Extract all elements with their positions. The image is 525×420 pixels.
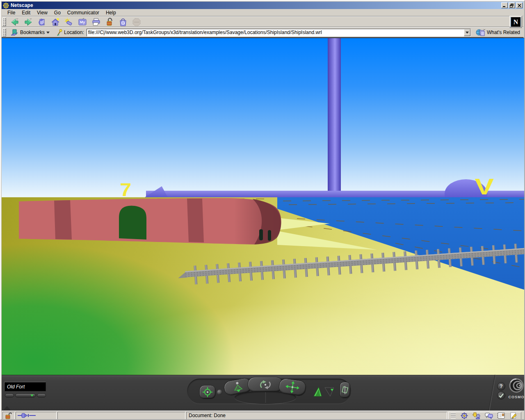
- status-text: Document: Done: [189, 413, 226, 418]
- viewpoint-name: Old Fort: [7, 384, 25, 390]
- help-button[interactable]: ?: [497, 382, 505, 390]
- whats-related-icon: [476, 29, 486, 36]
- status-bar: Document: Done: [2, 411, 525, 420]
- navigation-toolbar: My: [2, 17, 523, 27]
- search-button[interactable]: [63, 17, 75, 27]
- address-book-button[interactable]: [495, 412, 507, 419]
- toolbar-grip[interactable]: [2, 18, 6, 27]
- url-field-frame: [87, 29, 471, 37]
- cosmo-spiral-icon: [508, 377, 525, 395]
- print-button[interactable]: [90, 17, 102, 27]
- redo-triangle-icon: [323, 386, 335, 397]
- help-label: ?: [500, 383, 502, 389]
- progress-bar: [57, 412, 185, 420]
- security-status[interactable]: [2, 412, 15, 420]
- confirm-button[interactable]: [497, 391, 505, 399]
- title-bar[interactable]: Netscape: [2, 2, 523, 9]
- my-netscape-button[interactable]: My: [76, 17, 89, 27]
- minimize-button[interactable]: [501, 2, 508, 8]
- shop-button[interactable]: [117, 17, 129, 27]
- component-bar: [448, 412, 521, 420]
- check-icon: [499, 393, 504, 398]
- restore-icon: [510, 4, 514, 7]
- location-label: Location:: [64, 30, 84, 35]
- my-netscape-icon: My: [78, 18, 87, 27]
- dashboard-divider: [488, 374, 496, 413]
- whats-related-label: What's Related: [487, 30, 520, 35]
- viewpoint-display: Old Fort: [4, 382, 46, 391]
- location-toolbar: Bookmarks Location: What's Related: [2, 27, 523, 37]
- inbox-icon: [472, 412, 481, 419]
- menu-edit[interactable]: Edit: [18, 9, 34, 16]
- undo-move-button[interactable]: [312, 386, 323, 399]
- seek-crosshair-icon: [202, 387, 213, 397]
- bookmarks-button[interactable]: Bookmarks: [9, 28, 52, 37]
- straighten-button[interactable]: [340, 382, 350, 398]
- pan-icon: [285, 380, 300, 394]
- component-bar-grip[interactable]: [451, 413, 456, 418]
- composer-icon: [510, 412, 517, 419]
- redo-move-button[interactable]: [323, 386, 335, 399]
- window-controls: [501, 2, 523, 8]
- restore-button[interactable]: [509, 2, 515, 8]
- menu-file[interactable]: File: [4, 9, 18, 16]
- viewpoint-prev-button[interactable]: [5, 393, 14, 397]
- url-dropdown-caret-icon: [466, 32, 469, 34]
- connection-status[interactable]: [16, 412, 57, 420]
- window-title: Netscape: [11, 2, 33, 8]
- inbox-button[interactable]: [470, 412, 483, 419]
- netscape-window: Netscape File Edit View Go Communicator: [0, 0, 525, 420]
- cosmo-dashboard: Old Fort: [2, 375, 525, 411]
- menu-help[interactable]: Help: [103, 9, 119, 16]
- back-icon: [10, 18, 19, 27]
- tilt-gravity-icon: [230, 380, 246, 393]
- reload-icon: [37, 18, 46, 27]
- bookmarks-caret-icon: [46, 32, 50, 34]
- straighten-icon: [341, 384, 349, 396]
- viewpoint-next-button[interactable]: [37, 393, 46, 397]
- home-icon: [51, 18, 60, 27]
- menu-bar: File Edit View Go Communicator Help: [2, 9, 523, 16]
- netscape-throbber[interactable]: N: [509, 16, 522, 28]
- dashboard-collapse-button[interactable]: [3, 406, 11, 410]
- whats-related-button[interactable]: What's Related: [473, 28, 523, 37]
- viewpoint-list-button[interactable]: [15, 393, 36, 397]
- svg-text:My: My: [80, 20, 85, 24]
- dashboard-ball: [217, 390, 222, 395]
- status-message: Document: Done: [186, 412, 447, 420]
- vrml-viewport[interactable]: 7 V: [2, 38, 525, 375]
- scene-geometry: [2, 38, 525, 375]
- close-icon: [518, 4, 521, 7]
- locbar-grip[interactable]: [2, 28, 6, 37]
- menu-go[interactable]: Go: [51, 9, 64, 16]
- minimize-icon: [502, 4, 507, 7]
- forward-button[interactable]: [22, 17, 34, 27]
- url-dropdown-button[interactable]: [464, 29, 470, 36]
- menu-communicator[interactable]: Communicator: [64, 9, 103, 16]
- location-icon[interactable]: [56, 29, 62, 36]
- discussions-icon: [485, 412, 493, 419]
- security-lock-icon: [105, 18, 114, 27]
- discussions-button[interactable]: [483, 412, 495, 419]
- search-flashlight-icon: [64, 18, 73, 27]
- close-button[interactable]: [516, 2, 523, 8]
- pier: [177, 243, 525, 285]
- home-button[interactable]: [49, 17, 62, 27]
- cosmo-logo[interactable]: COSMO: [507, 377, 525, 406]
- navigator-button[interactable]: [458, 412, 470, 419]
- composer-button[interactable]: [507, 412, 520, 419]
- reload-button[interactable]: [36, 17, 48, 27]
- seek-button[interactable]: [199, 385, 216, 399]
- security-button[interactable]: [103, 17, 116, 27]
- rotate-button[interactable]: [248, 377, 283, 392]
- back-button[interactable]: [9, 17, 21, 27]
- viewpoint-nav: [5, 393, 46, 397]
- bookmarks-icon: [10, 29, 18, 36]
- stop-button[interactable]: [130, 17, 143, 27]
- menu-view[interactable]: View: [34, 9, 51, 16]
- undo-triangle-icon: [312, 386, 323, 397]
- cosmo-brand: COSMO: [508, 395, 524, 399]
- url-input[interactable]: [87, 29, 464, 36]
- netscape-n-logo: N: [511, 17, 521, 27]
- rotate-icon: [256, 379, 275, 390]
